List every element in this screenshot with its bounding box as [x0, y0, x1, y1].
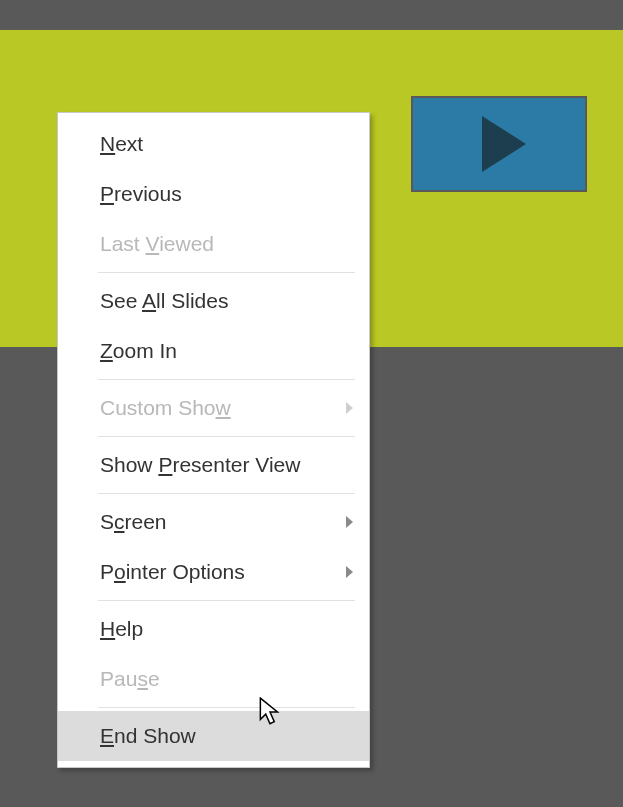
menu-item-see-all-slides[interactable]: See All Slides [58, 276, 369, 326]
menu-item-label: Help [100, 617, 143, 640]
menu-item-label: End Show [100, 724, 196, 747]
menu-item-label: Zoom In [100, 339, 177, 362]
menu-item-pause: Pause [58, 654, 369, 704]
menu-separator [98, 379, 355, 380]
menu-separator [98, 600, 355, 601]
menu-item-custom-show: Custom Show [58, 383, 369, 433]
menu-item-zoom-in[interactable]: Zoom In [58, 326, 369, 376]
menu-item-label: Previous [100, 182, 182, 205]
menu-separator [98, 272, 355, 273]
play-icon [482, 116, 526, 172]
menu-item-label: Next [100, 132, 143, 155]
play-button[interactable] [413, 98, 585, 190]
submenu-arrow-icon [346, 402, 353, 414]
submenu-arrow-icon [346, 566, 353, 578]
submenu-arrow-icon [346, 516, 353, 528]
menu-item-label: Screen [100, 510, 167, 533]
menu-separator [98, 707, 355, 708]
menu-item-last-viewed: Last Viewed [58, 219, 369, 269]
menu-item-label: Pointer Options [100, 560, 245, 583]
menu-item-label: Custom Show [100, 396, 231, 419]
menu-item-label: Pause [100, 667, 160, 690]
context-menu: NextPreviousLast ViewedSee All SlidesZoo… [57, 112, 370, 768]
menu-item-label: See All Slides [100, 289, 228, 312]
menu-item-label: Last Viewed [100, 232, 214, 255]
menu-item-show-presenter-view[interactable]: Show Presenter View [58, 440, 369, 490]
menu-separator [98, 436, 355, 437]
menu-item-next[interactable]: Next [58, 119, 369, 169]
menu-item-help[interactable]: Help [58, 604, 369, 654]
menu-separator [98, 493, 355, 494]
menu-item-previous[interactable]: Previous [58, 169, 369, 219]
menu-item-end-show[interactable]: End Show [58, 711, 369, 761]
menu-item-label: Show Presenter View [100, 453, 300, 476]
menu-item-screen[interactable]: Screen [58, 497, 369, 547]
menu-item-pointer-options[interactable]: Pointer Options [58, 547, 369, 597]
